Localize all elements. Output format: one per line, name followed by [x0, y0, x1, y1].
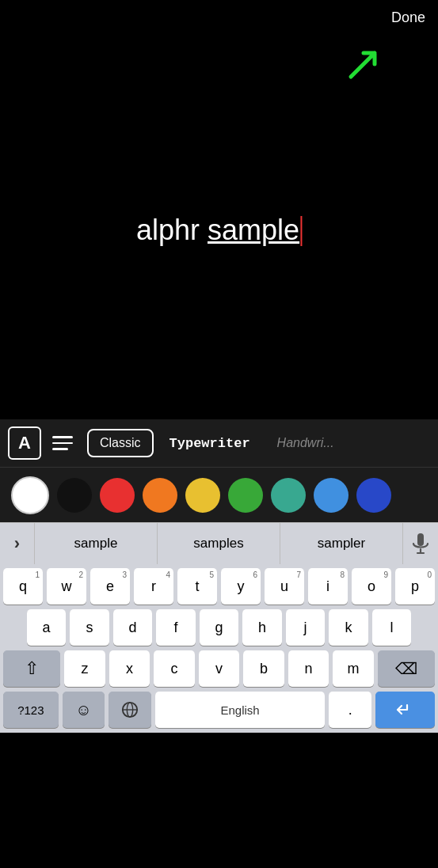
key-f[interactable]: f — [156, 609, 196, 646]
key-s[interactable]: s — [70, 609, 109, 646]
color-light-blue[interactable] — [314, 478, 348, 513]
return-key[interactable] — [375, 692, 435, 728]
key-number-hint: 2 — [78, 570, 83, 579]
suggestion-1[interactable]: sample — [35, 523, 158, 564]
autocomplete-suggestions: sample samples sampler — [35, 523, 403, 564]
key-number-hint: 8 — [340, 570, 345, 579]
key-y[interactable]: y6 — [221, 568, 261, 605]
mic-button[interactable] — [403, 523, 438, 564]
key-i[interactable]: i8 — [308, 568, 348, 605]
font-styles-list: Classic Typewriter Handwri... — [87, 429, 430, 457]
key-k[interactable]: k — [329, 609, 368, 646]
key-u[interactable]: u7 — [265, 568, 304, 605]
key-e[interactable]: e3 — [90, 568, 130, 605]
key-g[interactable]: g — [200, 609, 239, 646]
shift-key[interactable]: ⇧ — [3, 650, 60, 687]
emoji-key[interactable]: ☺ — [63, 692, 105, 728]
key-h[interactable]: h — [242, 609, 282, 646]
keyboard-row-1: q1w2e3r4t5y6u7i8o9p0 — [0, 563, 438, 606]
key-v[interactable]: v — [199, 650, 240, 687]
key-r[interactable]: r4 — [134, 568, 173, 605]
space-key[interactable]: English — [155, 692, 325, 728]
text-cursor — [300, 216, 302, 246]
color-palette — [0, 467, 438, 522]
align-line-1 — [52, 436, 73, 438]
style-typewriter-button[interactable]: Typewriter — [158, 429, 261, 457]
color-green[interactable] — [228, 478, 263, 513]
key-j[interactable]: j — [286, 609, 326, 646]
key-number-hint: 6 — [253, 570, 257, 579]
style-classic-button[interactable]: Classic — [87, 429, 154, 457]
key-number-hint: 4 — [166, 570, 170, 579]
key-p[interactable]: p0 — [395, 568, 435, 605]
keyboard-row-3: ⇧zxcvbnm⌫ — [0, 647, 438, 688]
keyboard-row-2: asdfghjkl — [0, 606, 438, 647]
key-d[interactable]: d — [113, 609, 153, 646]
color-black[interactable] — [57, 478, 92, 513]
autocomplete-bar: › sample samples sampler — [0, 522, 438, 563]
key-number-hint: 5 — [209, 570, 214, 579]
arrow-icon — [345, 44, 384, 86]
text-align-button[interactable] — [49, 428, 79, 458]
svg-rect-2 — [417, 533, 424, 546]
num-123-key[interactable]: ?123 — [3, 692, 59, 728]
suggestion-2[interactable]: samples — [158, 523, 280, 564]
font-style-button[interactable]: A — [8, 426, 41, 460]
color-teal[interactable] — [271, 478, 306, 513]
key-o[interactable]: o9 — [352, 568, 391, 605]
keyboard-row-4: ?123☺English. — [0, 688, 438, 733]
key-number-hint: 3 — [122, 570, 127, 579]
align-line-3 — [52, 448, 68, 450]
key-a[interactable]: a — [27, 609, 67, 646]
key-t[interactable]: t5 — [177, 568, 217, 605]
key-z[interactable]: z — [64, 650, 105, 687]
text-underlined: sample — [208, 214, 299, 246]
key-number-hint: 0 — [427, 570, 432, 579]
autocomplete-expand-button[interactable]: › — [0, 523, 35, 564]
color-white[interactable] — [11, 476, 49, 514]
align-line-2 — [52, 442, 73, 445]
text-before-cursor: alphr — [136, 214, 208, 246]
color-orange[interactable] — [143, 478, 177, 513]
key-number-hint: 9 — [383, 570, 388, 579]
key-x[interactable]: x — [109, 650, 150, 687]
expand-chevron-icon: › — [14, 533, 20, 554]
canvas-area: Done alphr sample — [0, 0, 438, 419]
key-q[interactable]: q1 — [3, 568, 43, 605]
keyboard: q1w2e3r4t5y6u7i8o9p0 asdfghjkl ⇧zxcvbnm⌫… — [0, 563, 438, 733]
key-c[interactable]: c — [154, 650, 195, 687]
color-yellow[interactable] — [185, 478, 220, 513]
key-number-hint: 7 — [296, 570, 301, 579]
font-a-label: A — [18, 433, 31, 453]
key-b[interactable]: b — [243, 650, 284, 687]
done-button[interactable]: Done — [391, 9, 425, 26]
key-n[interactable]: n — [288, 650, 329, 687]
globe-key[interactable] — [109, 692, 151, 728]
delete-key[interactable]: ⌫ — [378, 650, 435, 687]
toolbar: A Classic Typewriter Handwri... — [0, 419, 438, 467]
key-l[interactable]: l — [372, 609, 412, 646]
suggestion-3[interactable]: sampler — [280, 523, 403, 564]
key-w[interactable]: w2 — [47, 568, 86, 605]
key-number-hint: 1 — [35, 570, 40, 579]
canvas-text: alphr sample — [136, 214, 302, 247]
period-key[interactable]: . — [329, 692, 371, 728]
key-m[interactable]: m — [333, 650, 374, 687]
color-dark-blue[interactable] — [356, 478, 391, 513]
style-handwriting-button[interactable]: Handwri... — [266, 429, 345, 457]
color-red[interactable] — [100, 478, 135, 513]
